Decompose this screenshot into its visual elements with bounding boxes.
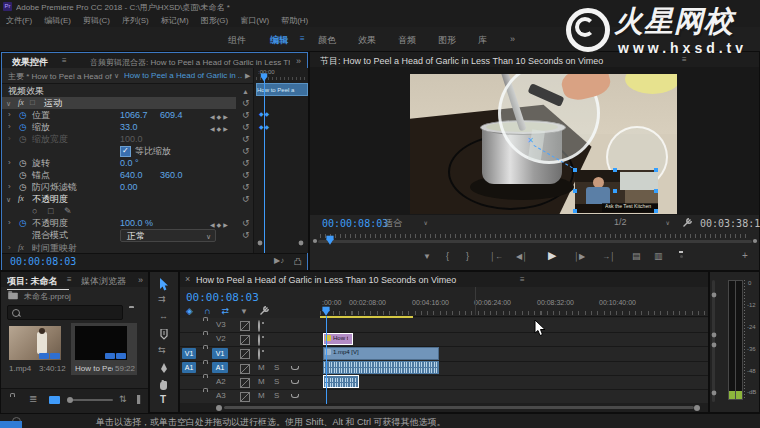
a1-mute-button[interactable]: M xyxy=(258,363,265,372)
clip-v2-graphic[interactable]: How t xyxy=(323,333,353,345)
pip-handle-bl[interactable] xyxy=(573,209,577,213)
uniform-scale-checkbox[interactable] xyxy=(120,146,131,157)
menu-help[interactable]: 帮助(H) xyxy=(281,15,308,26)
a2-name[interactable]: A2 xyxy=(216,377,226,386)
menu-window[interactable]: 窗口(W) xyxy=(240,15,269,26)
lane-zoom-handle-right[interactable] xyxy=(299,241,304,246)
row-anchor[interactable]: 锚点 640.0 360.0 xyxy=(2,169,252,181)
project-item-thumb-1[interactable] xyxy=(9,326,61,360)
ellipse-mask-icon[interactable] xyxy=(32,205,37,217)
timeline-add-marker-icon[interactable] xyxy=(240,307,248,316)
nest-insert-icon[interactable] xyxy=(186,306,193,316)
antiflicker-reset-icon[interactable] xyxy=(242,181,250,193)
resolution-select[interactable]: 1/2 xyxy=(610,217,672,229)
project-panel-menu-icon[interactable] xyxy=(67,275,72,284)
uniform-scale-reset-icon[interactable] xyxy=(242,145,250,157)
lift-button[interactable] xyxy=(632,251,641,261)
v2-eye-icon[interactable] xyxy=(258,334,260,346)
lane-zoom-handle-left[interactable] xyxy=(258,241,263,246)
position-x-value[interactable]: 1066.7 xyxy=(120,109,148,121)
v2-name[interactable]: V2 xyxy=(216,334,226,343)
antiflicker-stopwatch-icon[interactable] xyxy=(19,181,27,193)
position-y-value[interactable]: 609.4 xyxy=(160,109,183,121)
hscroll-thumb[interactable] xyxy=(224,406,694,409)
scrubber-zoom-left[interactable] xyxy=(313,239,317,243)
scale-reset-icon[interactable] xyxy=(242,121,250,133)
anchor-stopwatch-icon[interactable] xyxy=(19,169,27,181)
workspace-effects[interactable]: 效果 xyxy=(358,34,376,47)
row-uniform-scale[interactable]: 等比缩放 xyxy=(2,145,252,157)
thumb-zoom-slider[interactable] xyxy=(69,399,113,401)
project-item-name-1[interactable]: 1.mp4 xyxy=(9,364,31,373)
project-tab-overflow-icon[interactable] xyxy=(138,275,143,285)
hscroll-zoom-left[interactable] xyxy=(216,405,222,411)
timeline-panel-menu-icon[interactable] xyxy=(520,275,525,284)
workspace-assembly[interactable]: 组件 xyxy=(228,34,246,47)
video-frame[interactable]: ✕ Ask the Test Kitchen xyxy=(410,74,677,214)
go-to-out-button[interactable] xyxy=(602,252,615,261)
position-stopwatch-icon[interactable] xyxy=(19,109,27,121)
hscroll-zoom-right[interactable] xyxy=(694,405,700,411)
play-audio-only-icon[interactable] xyxy=(274,256,284,265)
blend-mode-reset-icon[interactable] xyxy=(242,229,250,241)
anchor-y-value[interactable]: 360.0 xyxy=(160,169,183,181)
scale-expander-icon[interactable] xyxy=(8,121,11,133)
workspace-editing[interactable]: 编辑 xyxy=(270,34,288,47)
linked-selection-icon[interactable] xyxy=(221,306,229,316)
row-scale[interactable]: 缩放 33.0 ◀◆▶ xyxy=(2,121,252,133)
tool-selection[interactable] xyxy=(159,278,169,291)
rotation-expander-icon[interactable] xyxy=(8,157,11,169)
menu-sequence[interactable]: 序列(S) xyxy=(122,15,149,26)
a1-synclock-icon[interactable] xyxy=(240,364,250,374)
settings-wrench-icon[interactable] xyxy=(682,218,692,228)
menu-markers[interactable]: 标记(M) xyxy=(161,15,189,26)
v2-synclock-icon[interactable] xyxy=(240,335,250,345)
master-clip-label[interactable]: 主要 * How to Peel a Head of Garli... xyxy=(8,71,112,82)
pip-handle-br[interactable] xyxy=(654,209,658,213)
antiflicker-value[interactable]: 0.00 xyxy=(120,181,138,193)
timeline-timecode[interactable]: 00:00:08:03 xyxy=(186,291,259,304)
pip-anchor-marker[interactable]: ✕ xyxy=(527,136,534,145)
workspace-editing-menu-icon[interactable] xyxy=(300,34,305,43)
icon-view-icon[interactable] xyxy=(49,396,60,404)
vscroll-handle-1[interactable] xyxy=(712,293,717,298)
opacity-stopwatch-icon[interactable] xyxy=(19,217,27,229)
timeline-ruler[interactable]: :00:00 00:02:08:00 00:04:16:00 00:06:24:… xyxy=(320,287,708,317)
vscroll-handle-3[interactable] xyxy=(712,343,717,348)
menu-clip[interactable]: 剪辑(C) xyxy=(83,15,110,26)
row-blend-mode[interactable]: 混合模式 正常 xyxy=(2,229,252,241)
clip-a1-audio[interactable] xyxy=(323,361,439,374)
vscroll-handle-4[interactable] xyxy=(712,391,717,396)
tool-type[interactable]: T xyxy=(160,394,166,405)
menu-graphics[interactable]: 图形(G) xyxy=(201,15,229,26)
timeline-tab-close-icon[interactable] xyxy=(185,274,190,284)
tab-timeline-sequence[interactable]: How to Peel a Head of Garlic in Less Tha… xyxy=(196,275,516,285)
step-back-button[interactable] xyxy=(516,252,527,261)
position-keyframes[interactable]: ◆◆ xyxy=(259,110,270,117)
a3-name[interactable]: A3 xyxy=(216,391,226,400)
timeline-playhead-marker[interactable] xyxy=(322,310,329,315)
extract-button[interactable] xyxy=(654,251,663,261)
clip-a2-audio[interactable] xyxy=(323,375,359,388)
add-marker-button[interactable] xyxy=(423,252,431,261)
a1-source-patch[interactable]: A1 xyxy=(182,362,196,373)
menu-file[interactable]: 文件(F) xyxy=(6,15,32,26)
scale-stopwatch-icon[interactable] xyxy=(19,121,27,133)
sequence-clip-label[interactable]: How to Peel a Head of Garlic in ... xyxy=(124,71,242,80)
tool-track-select[interactable] xyxy=(158,294,166,304)
scrubber-zoom-right[interactable] xyxy=(753,239,757,243)
position-reset-icon[interactable] xyxy=(242,109,250,121)
menu-edit[interactable]: 编辑(E) xyxy=(44,15,71,26)
vscroll-handle-2[interactable] xyxy=(712,333,717,338)
remap-expander-icon[interactable] xyxy=(8,242,11,252)
mark-out-button[interactable] xyxy=(466,251,469,261)
row-opacity-effect[interactable]: fx 不透明度 xyxy=(2,193,252,205)
timeline-hscroll[interactable] xyxy=(180,403,708,412)
project-item-thumb-2[interactable] xyxy=(75,326,127,360)
step-forward-button[interactable] xyxy=(574,252,585,261)
v3-name[interactable]: V3 xyxy=(216,320,226,329)
v1-source-patch[interactable]: V1 xyxy=(182,348,196,359)
v1-eye-icon[interactable] xyxy=(258,348,260,360)
scale-width-reset-icon[interactable] xyxy=(242,133,250,145)
show-timeline-view-icon[interactable] xyxy=(245,72,250,80)
